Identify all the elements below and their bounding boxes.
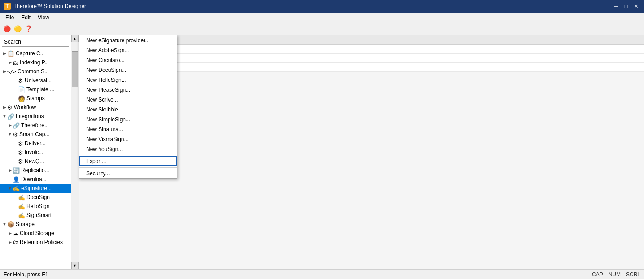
minimize-button[interactable]: ─	[612, 2, 621, 11]
toolbar-btn-help[interactable]: ❓	[23, 24, 33, 34]
menu-new-skribble[interactable]: New Skribble...	[79, 105, 177, 115]
toggle-integrations: ▼	[2, 114, 7, 119]
scrollbar-track[interactable]	[71, 42, 79, 262]
toggle-common: ▶	[2, 69, 7, 74]
toggle-cloudstorage: ▶	[7, 230, 13, 236]
scrl-indicator: SCRL	[626, 271, 640, 278]
scrollbar-thumb[interactable]	[72, 51, 78, 87]
tree-item-cloudstorage[interactable]: ▶ ☁ Cloud Storage	[0, 229, 71, 238]
menu-new-hellosign[interactable]: New HelloSign...	[79, 75, 177, 85]
scroll-down-arrow[interactable]: ▼	[71, 262, 79, 269]
help-text: For Help, press F1	[4, 271, 48, 278]
menu-new-vismasign[interactable]: New VismaSign...	[79, 134, 177, 144]
context-menu: New eSignature provider... New AdobeSign…	[79, 35, 177, 179]
menu-new-yousign[interactable]: New YouSign...	[79, 144, 177, 154]
sidebar-container: ▶ 📋 Capture C... ▶ 🗂 Indexing P... ▶ </>…	[0, 35, 79, 269]
tree-item-template[interactable]: ▶ 📄 Template ...	[0, 85, 71, 94]
tree-item-delivery[interactable]: ▶ ⚙ Deliver...	[0, 139, 71, 148]
sidebar-scrollbar: ▲ ▼	[71, 35, 78, 269]
status-indicators: CAP NUM SCRL	[592, 271, 640, 278]
search-input[interactable]	[2, 37, 69, 47]
menu-new-circularo[interactable]: New Circularo...	[79, 55, 177, 65]
menu-new-scrive[interactable]: New Scrive...	[79, 95, 177, 105]
menu-new-docusign[interactable]: New DocuSign...	[79, 65, 177, 75]
cap-indicator: CAP	[592, 271, 603, 278]
main-content: ▶ 📋 Capture C... ▶ 🗂 Indexing P... ▶ </>…	[0, 35, 644, 269]
tree-item-workflow[interactable]: ▶ ⚙ Workflow	[0, 103, 71, 112]
toolbar: 🔴 🟡 ❓	[0, 22, 644, 35]
tree-item-download[interactable]: ▶ 👤 Downloa...	[0, 175, 71, 184]
tree-item-therefore[interactable]: ▶ 🔗 Therefore...	[0, 121, 71, 130]
menu-export[interactable]: Export...	[79, 156, 177, 166]
context-menu-separator-2	[79, 167, 177, 168]
menu-new-adobesign[interactable]: New AdobeSign...	[79, 45, 177, 55]
tree-item-indexing[interactable]: ▶ 🗂 Indexing P...	[0, 58, 71, 67]
menu-new-pleasesign[interactable]: New PleaseSign...	[79, 85, 177, 95]
maximize-button[interactable]: □	[622, 2, 631, 11]
toggle-retention: ▶	[7, 239, 13, 245]
menu-view[interactable]: View	[34, 13, 53, 22]
toggle-esignatures: ▼	[7, 186, 13, 191]
tree-item-newq[interactable]: ▶ ⚙ NewQ...	[0, 157, 71, 166]
tree-item-esignatures[interactable]: ▼ ✍ eSignature...	[0, 184, 71, 193]
tree-item-hellosign[interactable]: ▶ ✍ HelloSign	[0, 202, 71, 211]
tree-item-storage[interactable]: ▼ 📦 Storage	[0, 220, 71, 229]
toggle-replication: ▶	[7, 168, 13, 173]
menu-bar: File Edit View	[0, 13, 644, 22]
tree-item-docusign[interactable]: ▶ ✍ DocuSign	[0, 193, 71, 202]
tree-item-integrations[interactable]: ▼ 🔗 Integrations	[0, 112, 71, 121]
title-bar: T Therefore™ Solution Designer ─ □ ✕	[0, 0, 644, 13]
toggle-capture: ▶	[2, 51, 7, 56]
tree-item-common[interactable]: ▶ </> Common S...	[0, 67, 71, 76]
menu-new-esignature-provider[interactable]: New eSignature provider...	[79, 35, 177, 45]
tree-item-smartcap[interactable]: ▼ ⚙ Smart Cap...	[0, 130, 71, 139]
sidebar: ▶ 📋 Capture C... ▶ 🗂 Indexing P... ▶ </>…	[0, 35, 71, 269]
tree-item-stamps[interactable]: ▶ 🧑 Stamps	[0, 94, 71, 103]
tree-container: ▶ 📋 Capture C... ▶ 🗂 Indexing P... ▶ </>…	[0, 49, 71, 247]
toggle-therefore: ▶	[7, 123, 13, 128]
scroll-up-arrow[interactable]: ▲	[71, 35, 79, 42]
toolbar-btn-2[interactable]: 🟡	[13, 24, 22, 34]
tree-item-universal[interactable]: ▶ ⚙ Universal...	[0, 76, 71, 85]
num-indicator: NUM	[609, 271, 621, 278]
menu-new-simplesign[interactable]: New SimpleSign...	[79, 115, 177, 124]
title-bar-left: T Therefore™ Solution Designer	[4, 3, 86, 10]
close-button[interactable]: ✕	[631, 2, 640, 11]
menu-new-sinatura[interactable]: New Sinatura...	[79, 124, 177, 134]
context-menu-separator	[79, 155, 177, 155]
tree-item-capture[interactable]: ▶ 📋 Capture C...	[0, 49, 71, 58]
search-box	[0, 35, 71, 49]
tree-item-invoice[interactable]: ▶ ⚙ Invoic...	[0, 148, 71, 157]
toggle-smartcap: ▼	[7, 132, 13, 137]
menu-security[interactable]: Security...	[79, 168, 177, 178]
tree-item-replication[interactable]: ▶ 🔄 Replicatio...	[0, 166, 71, 175]
status-bar: For Help, press F1 CAP NUM SCRL	[0, 269, 644, 279]
tree-item-signsmart[interactable]: ▶ ✍ SignSmart	[0, 211, 71, 220]
window-controls: ─ □ ✕	[612, 2, 640, 11]
toggle-indexing: ▶	[7, 60, 13, 65]
window-title: Therefore™ Solution Designer	[13, 3, 86, 9]
toggle-workflow: ▶	[2, 105, 7, 110]
toolbar-btn-1[interactable]: 🔴	[2, 24, 12, 34]
tree-item-retention[interactable]: ▶ 🗂 Retention Policies	[0, 238, 71, 247]
menu-edit[interactable]: Edit	[18, 13, 34, 22]
toggle-storage: ▼	[2, 221, 7, 227]
app-icon: T	[4, 3, 11, 10]
menu-file[interactable]: File	[2, 13, 18, 22]
